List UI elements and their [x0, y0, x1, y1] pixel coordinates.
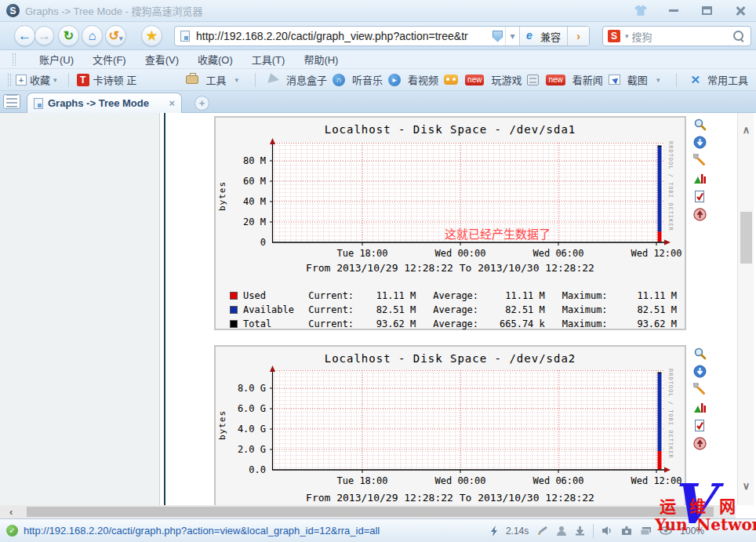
graph-source-icon[interactable]: [693, 154, 707, 167]
zoom-level[interactable]: 100%: [680, 526, 704, 537]
skin-button[interactable]: [631, 4, 651, 18]
graph-legend: Used Current: 11.11 M Average: 11.11 M M…: [230, 289, 677, 331]
graph-edit-icon[interactable]: [693, 419, 707, 432]
back-button[interactable]: ←: [14, 25, 35, 46]
horizontal-scrollbar[interactable]: ‹ ›: [0, 505, 736, 518]
reading-mode-eye-icon[interactable]: [660, 526, 672, 535]
menu-favorites[interactable]: 收藏(O): [198, 52, 233, 67]
graph-kill-spike-icon[interactable]: [693, 208, 707, 221]
legend-value: 93.62 M: [620, 318, 677, 329]
chevron-down-icon[interactable]: ▾: [53, 76, 57, 84]
menu-file[interactable]: 文件(F): [93, 52, 126, 67]
menu-help[interactable]: 帮助(H): [303, 52, 338, 67]
play-games-button[interactable]: 玩游戏: [491, 72, 522, 87]
forward-button[interactable]: →: [35, 26, 54, 45]
listen-music-button[interactable]: 听音乐: [352, 72, 383, 87]
separator: [255, 73, 256, 87]
graph-kill-spike-icon[interactable]: [693, 437, 707, 450]
home-button[interactable]: ⌂: [82, 25, 103, 46]
legend-value: 11.11 M: [359, 290, 416, 301]
undo-closed-button[interactable]: ↺▾: [105, 25, 126, 46]
menu-tools[interactable]: 工具(T): [252, 52, 285, 67]
screenshot-button[interactable]: 截图: [627, 72, 648, 87]
favorites-button[interactable]: 收藏: [30, 72, 50, 87]
legend-row-available: Available Current: 82.51 M Average: 82.5…: [230, 303, 677, 317]
chevron-down-icon[interactable]: ▾: [656, 76, 660, 84]
y-tick: 0: [222, 237, 266, 248]
maximize-button[interactable]: [696, 4, 717, 18]
graph-panel-sda2[interactable]: Localhost - Disk Space - /dev/sda2 bytes: [214, 345, 686, 505]
rrdtool-watermark: RRDTOOL / TOBI OETIKER: [667, 369, 674, 472]
url-text[interactable]: http://192.168.2.20/cacti/graph_view.php…: [193, 30, 490, 42]
read-news-button[interactable]: 看新闻: [572, 72, 603, 87]
graph-panel-sda1[interactable]: Localhost - Disk Space - /dev/sda1 bytes: [214, 116, 686, 330]
message-box-button[interactable]: 消息盒子: [286, 72, 327, 87]
active-tab[interactable]: Graphs -> Tree Mode ×: [27, 93, 182, 113]
y-tick: 8.0 G: [222, 383, 266, 394]
graph-csv-export-icon[interactable]: [693, 365, 707, 378]
download-icon[interactable]: [575, 526, 585, 536]
status-link-url: http://192.168.2.20/cacti/graph.php?acti…: [24, 525, 380, 537]
horizontal-scrollbar-thumb[interactable]: [27, 507, 714, 517]
frame-divider[interactable]: [164, 113, 165, 505]
search-icon: [732, 30, 745, 42]
scroll-up-icon[interactable]: ∧: [738, 124, 754, 136]
pen-icon[interactable]: [536, 526, 548, 537]
music-icon: ∩: [333, 74, 345, 86]
close-button[interactable]: [729, 4, 750, 18]
watch-video-button[interactable]: 看视频: [408, 72, 438, 87]
go-button[interactable]: ›: [567, 27, 589, 45]
search-engine-dropdown-icon[interactable]: ▾: [625, 32, 629, 40]
x-tick: Wed 00:00: [425, 248, 496, 259]
legend-key: Maximum:: [562, 290, 620, 301]
legend-value: 82.51 M: [359, 304, 416, 315]
y-tick: 2.0 G: [222, 444, 266, 455]
bookmark-site-link[interactable]: 卡诗顿 正: [93, 72, 137, 87]
message-box-icon: [267, 73, 280, 85]
graph-edit-icon[interactable]: [693, 190, 707, 203]
favorite-star-button[interactable]: ★: [141, 25, 162, 46]
address-bar[interactable]: http://192.168.2.20/cacti/graph_view.php…: [174, 26, 590, 46]
graph-csv-export-icon[interactable]: [693, 136, 707, 149]
scroll-down-icon[interactable]: ∨: [738, 480, 754, 492]
refresh-button[interactable]: ↻: [58, 25, 79, 46]
separator: [676, 73, 677, 87]
title-bar: S Graphs -> Tree Mode - 搜狗高速浏览器: [0, 0, 756, 22]
windows-icon[interactable]: [640, 526, 652, 536]
graph-tree-pane[interactable]: [0, 113, 160, 505]
speaker-icon[interactable]: [602, 526, 613, 536]
separator: [593, 524, 594, 538]
graph-properties-icon[interactable]: [693, 401, 707, 414]
graph-properties-icon[interactable]: [693, 172, 707, 185]
graph-title: Localhost - Disk Space - /dev/sda2: [216, 352, 685, 365]
graph-zoom-icon[interactable]: [693, 347, 707, 360]
vertical-scrollbar[interactable]: ∧ ∨: [737, 113, 754, 505]
common-tools-button[interactable]: 常用工具: [707, 72, 748, 87]
graph-zoom-icon[interactable]: [693, 118, 707, 131]
scroll-left-icon[interactable]: ‹: [9, 505, 13, 518]
minimize-button[interactable]: [663, 4, 684, 18]
chevron-down-icon[interactable]: ▾: [235, 76, 239, 84]
user-icon[interactable]: [556, 526, 567, 537]
tab-label: Graphs -> Tree Mode: [48, 97, 164, 109]
legend-value: 665.74 k: [489, 318, 545, 329]
shield-icon: [492, 31, 503, 42]
menu-account[interactable]: 账户(U): [39, 52, 74, 67]
cleaner-icon[interactable]: [621, 526, 632, 536]
tab-close-icon[interactable]: ×: [169, 97, 175, 109]
browser-window: { "window": { "title": "Graphs -> Tree M…: [0, 0, 756, 542]
new-badge: new: [546, 75, 565, 85]
vertical-scrollbar-thumb[interactable]: [740, 212, 752, 264]
new-tab-button[interactable]: +: [194, 96, 209, 111]
url-dropdown-button[interactable]: ▾: [505, 27, 519, 45]
x-tick: Wed 06:00: [523, 475, 594, 486]
search-button[interactable]: [732, 30, 751, 42]
menu-view[interactable]: 查看(V): [145, 52, 179, 67]
graph-source-icon[interactable]: [693, 383, 707, 396]
search-box[interactable]: S ▾ 搜狗: [602, 26, 751, 46]
legend-name: Available: [243, 304, 308, 315]
tab-list-button[interactable]: [3, 94, 20, 109]
compat-mode-button[interactable]: e 兼容: [519, 27, 567, 45]
tools-menu-button[interactable]: 工具: [206, 72, 227, 87]
scroll-right-icon[interactable]: ›: [720, 505, 723, 518]
